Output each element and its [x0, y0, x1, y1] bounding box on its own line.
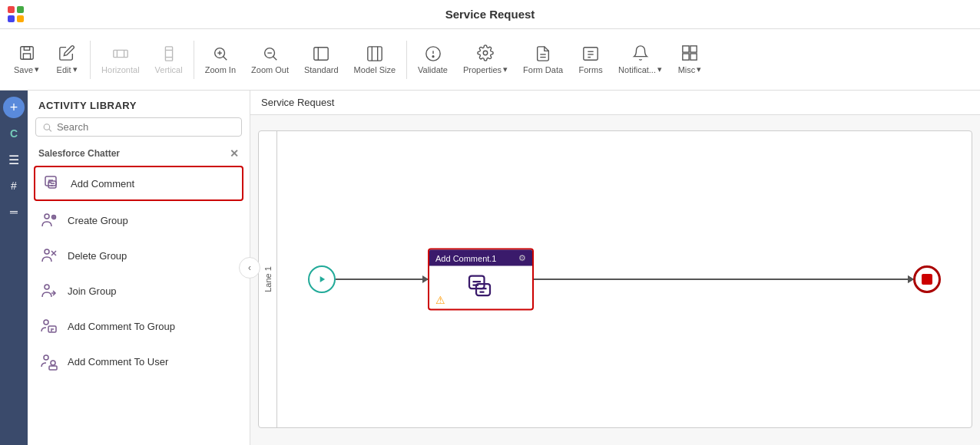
- left-strip: + C ☰ # ═: [0, 91, 28, 445]
- strip-list-button[interactable]: ☰: [3, 149, 25, 170]
- forms-button[interactable]: Forms: [572, 42, 609, 77]
- flow-arrow-2: [534, 279, 913, 280]
- svg-point-40: [44, 320, 48, 325]
- sidebar-item-add-comment-to-user[interactable]: Add Comment To User: [28, 344, 250, 379]
- svg-rect-2: [23, 54, 30, 59]
- edit-button[interactable]: Edit ▾: [48, 41, 85, 77]
- svg-rect-27: [690, 46, 697, 52]
- standard-button[interactable]: Standard: [298, 42, 345, 77]
- strip-c-button[interactable]: C: [3, 123, 25, 144]
- add-comment-label: Add Comment: [71, 178, 134, 190]
- model-size-button[interactable]: Model Size: [348, 42, 402, 77]
- sidebar-item-add-comment[interactable]: Add Comment: [34, 166, 243, 201]
- sidebar-item-add-comment-to-group[interactable]: Add Comment To Group: [28, 308, 250, 344]
- toolbar: Save ▾ Edit ▾ Horizontal Vertical Zoom I…: [0, 29, 980, 91]
- warning-badge: ⚠: [435, 294, 445, 306]
- sidebar-item-join-group[interactable]: Join Group: [28, 273, 250, 308]
- horizontal-button[interactable]: Horizontal: [95, 42, 146, 77]
- strip-hash-button[interactable]: #: [3, 175, 25, 196]
- sidebar-collapse-button[interactable]: ‹: [239, 257, 260, 279]
- svg-rect-3: [114, 50, 127, 57]
- end-event-inner: [922, 274, 932, 285]
- form-data-button[interactable]: Form Data: [517, 42, 569, 77]
- canvas-area: Service Request Lane 1 Add Comme: [250, 91, 980, 445]
- create-group-label: Create Group: [68, 215, 128, 226]
- join-group-icon: [38, 280, 60, 302]
- delete-group-icon: [38, 245, 60, 266]
- svg-rect-1: [24, 47, 29, 51]
- canvas-title: Service Request: [250, 91, 980, 115]
- svg-point-39: [45, 285, 49, 289]
- sidebar-item-delete-group[interactable]: Delete Group: [28, 238, 250, 273]
- svg-marker-45: [320, 276, 325, 282]
- svg-point-42: [44, 355, 48, 360]
- add-comment-to-group-icon: [38, 315, 60, 337]
- svg-rect-28: [683, 54, 689, 60]
- main-area: + C ☰ # ═ ACTIVITY LIBRARY Salesforce Ch…: [0, 91, 980, 445]
- strip-plus-button[interactable]: +: [3, 97, 25, 118]
- validate-button[interactable]: Validate: [412, 42, 454, 77]
- page-title: Service Request: [445, 8, 535, 21]
- add-comment-icon: [41, 173, 63, 194]
- svg-line-14: [273, 56, 276, 60]
- svg-line-31: [49, 129, 51, 131]
- zoom-in-button[interactable]: Zoom In: [199, 42, 242, 77]
- svg-point-18: [432, 55, 434, 57]
- search-icon: [42, 122, 52, 133]
- add-comment-node-icon: [467, 274, 495, 302]
- sidebar-header: ACTIVITY LIBRARY: [28, 91, 250, 117]
- save-button[interactable]: Save ▾: [8, 41, 45, 77]
- svg-point-30: [44, 124, 50, 130]
- end-event[interactable]: [913, 265, 941, 293]
- flow-arrow-1: [336, 279, 428, 280]
- svg-rect-26: [683, 46, 689, 52]
- activity-node-add-comment[interactable]: Add Comment.1 ⚙ ⚠: [428, 249, 534, 311]
- lane-label: Lane 1: [259, 131, 277, 427]
- sidebar-item-create-group[interactable]: Create Group: [28, 203, 250, 238]
- svg-rect-0: [20, 47, 33, 60]
- create-group-icon: [38, 209, 60, 231]
- svg-point-43: [51, 361, 55, 365]
- svg-point-19: [483, 51, 488, 55]
- svg-point-36: [45, 249, 49, 254]
- properties-button[interactable]: Properties ▾: [457, 41, 514, 77]
- sidebar-section-header: Salesforce Chatter ✕: [28, 143, 250, 164]
- toolbar-separator-2: [194, 41, 194, 79]
- notification-button[interactable]: Notificat... ▾: [612, 41, 668, 77]
- canvas-inner[interactable]: Lane 1 Add Comment.1 ⚙: [250, 115, 980, 443]
- activity-node-header: Add Comment.1 ⚙: [429, 250, 532, 266]
- activity-library-sidebar: ACTIVITY LIBRARY Salesforce Chatter ✕ Ad…: [28, 91, 250, 445]
- activity-node-body: ⚠: [429, 266, 532, 309]
- swim-lane: Lane 1 Add Comment.1 ⚙: [258, 130, 972, 428]
- join-group-label: Join Group: [68, 285, 117, 297]
- zoom-out-button[interactable]: Zoom Out: [245, 42, 295, 77]
- svg-rect-6: [165, 46, 172, 60]
- toolbar-separator: [90, 41, 91, 79]
- node-gear-icon[interactable]: ⚙: [518, 253, 526, 263]
- svg-rect-16: [314, 47, 328, 60]
- delete-group-label: Delete Group: [68, 250, 127, 262]
- svg-rect-29: [690, 54, 697, 60]
- add-comment-to-user-icon: [38, 351, 60, 372]
- sidebar-section-close[interactable]: ✕: [230, 147, 239, 160]
- sidebar-search-container: [35, 117, 242, 137]
- svg-line-10: [223, 56, 227, 60]
- start-event[interactable]: [308, 265, 336, 293]
- misc-button[interactable]: Misc ▾: [671, 41, 708, 77]
- svg-point-34: [45, 214, 49, 219]
- sidebar-title: ACTIVITY LIBRARY: [38, 100, 137, 111]
- search-input[interactable]: [57, 121, 235, 133]
- strip-lines-button[interactable]: ═: [3, 201, 25, 222]
- svg-rect-44: [49, 366, 57, 370]
- apps-icon[interactable]: [8, 6, 25, 23]
- svg-rect-17: [368, 46, 382, 60]
- svg-rect-22: [584, 47, 598, 60]
- topbar: Service Request: [0, 0, 980, 29]
- flow-area: Add Comment.1 ⚙ ⚠: [277, 131, 972, 427]
- toolbar-separator-3: [406, 41, 407, 79]
- vertical-button[interactable]: Vertical: [149, 42, 189, 77]
- add-comment-to-user-label: Add Comment To User: [68, 356, 168, 368]
- add-comment-to-group-label: Add Comment To Group: [68, 321, 175, 332]
